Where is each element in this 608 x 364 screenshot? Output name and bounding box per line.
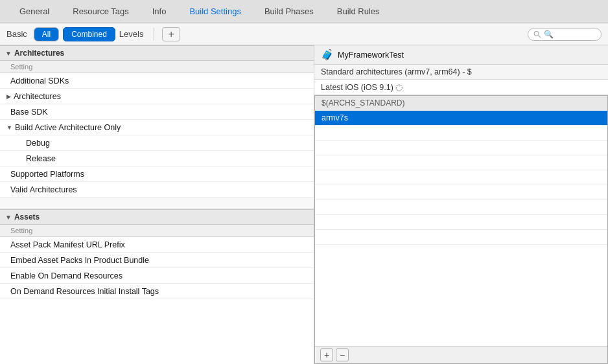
project-name: MyFrameworkTest [338, 51, 404, 60]
basesdk-value-text: Latest iOS (iOS 9.1) ◌ [321, 82, 403, 92]
architectures-section-header[interactable]: ▼ Architectures [0, 45, 314, 61]
tab-bar: General Resource Tags Info Build Setting… [0, 0, 608, 23]
row-asset-pack-manifest[interactable]: Asset Pack Manifest URL Prefix [0, 237, 314, 253]
archs-remove-button[interactable]: − [336, 348, 349, 361]
arch-row-triangle: ▶ [6, 93, 11, 100]
arch-value-row[interactable]: Standard architectures (armv7, arm64) - … [314, 65, 608, 80]
svg-point-0 [534, 31, 539, 36]
section-spacer [0, 198, 314, 209]
archs-empty-8 [315, 230, 607, 245]
value-panel-header: 🧳 MyFrameworkTest [314, 45, 608, 65]
assets-triangle: ▼ [5, 214, 12, 221]
settings-panel: ▼ Architectures Setting Additional SDKs … [0, 45, 314, 364]
project-icon: 🧳 [321, 49, 334, 61]
arch-value-text: Standard architectures (armv7, arm64) - … [321, 67, 472, 76]
arch-col-header-setting: Setting [0, 63, 314, 71]
archs-empty-2 [315, 141, 607, 155]
search-icon [533, 30, 541, 38]
archs-empty-3 [315, 155, 607, 170]
row-valid-architectures[interactable]: Valid Architectures [0, 182, 314, 198]
assets-title: Assets [14, 212, 40, 222]
section-triangle: ▼ [5, 50, 12, 57]
row-architectures[interactable]: ▶ Architectures [0, 89, 314, 104]
search-box[interactable] [528, 28, 602, 41]
tab-resource-tags[interactable]: Resource Tags [61, 0, 140, 23]
row-embed-asset-packs[interactable]: Embed Asset Packs In Product Bundle [0, 253, 314, 268]
archs-empty-7 [315, 215, 607, 230]
tab-info[interactable]: Info [141, 0, 178, 23]
all-button[interactable]: All [34, 28, 58, 41]
assets-section-header[interactable]: ▼ Assets [0, 209, 314, 225]
row-on-demand-initial[interactable]: On Demand Resources Initial Install Tags [0, 284, 314, 299]
archs-popup: $(ARCHS_STANDARD) armv7s + − [314, 95, 608, 364]
archs-empty-1 [315, 126, 607, 141]
tab-build-phases[interactable]: Build Phases [253, 0, 325, 23]
svg-line-1 [539, 35, 541, 37]
archs-empty-5 [315, 185, 607, 200]
arch-col-headers: Setting [0, 61, 314, 73]
toolbar-divider [154, 28, 154, 41]
row-supported-platforms[interactable]: Supported Platforms [0, 166, 314, 182]
assets-col-header-setting: Setting [0, 227, 32, 234]
archs-selected-row[interactable]: armv7s [315, 111, 607, 126]
row-debug[interactable]: Debug [0, 135, 314, 151]
archs-empty-6 [315, 200, 607, 215]
archs-empty-4 [315, 170, 607, 185]
architectures-title: Architectures [14, 49, 64, 58]
tab-general[interactable]: General [8, 0, 61, 23]
build-active-triangle: ▼ [6, 124, 12, 131]
combined-button[interactable]: Combined [63, 27, 115, 41]
archs-footer: + − [315, 346, 607, 363]
archs-add-button[interactable]: + [320, 348, 333, 361]
value-panel: 🧳 MyFrameworkTest Standard architectures… [314, 45, 608, 364]
row-release[interactable]: Release [0, 151, 314, 166]
add-button[interactable]: + [162, 27, 180, 41]
toolbar: Basic All Combined Levels + [0, 23, 608, 45]
basic-label: Basic [6, 29, 27, 39]
tab-build-settings[interactable]: Build Settings [178, 0, 253, 23]
search-input[interactable] [544, 30, 596, 39]
main-content: ▼ Architectures Setting Additional SDKs … [0, 45, 608, 364]
row-enable-on-demand[interactable]: Enable On Demand Resources [0, 268, 314, 284]
row-build-active-arch[interactable]: ▼ Build Active Architecture Only [0, 120, 314, 135]
tab-build-rules[interactable]: Build Rules [325, 0, 392, 23]
assets-col-headers: Setting [0, 225, 314, 237]
row-base-sdk[interactable]: Base SDK [0, 104, 314, 120]
all-combined-group: All [34, 27, 59, 41]
archs-popup-inner: $(ARCHS_STANDARD) armv7s [315, 96, 607, 346]
basesdk-row[interactable]: Latest iOS (iOS 9.1) ◌ [314, 80, 608, 95]
levels-label: Levels [119, 29, 144, 39]
archs-header-row: $(ARCHS_STANDARD) [315, 96, 607, 111]
row-additional-sdks[interactable]: Additional SDKs [0, 73, 314, 89]
